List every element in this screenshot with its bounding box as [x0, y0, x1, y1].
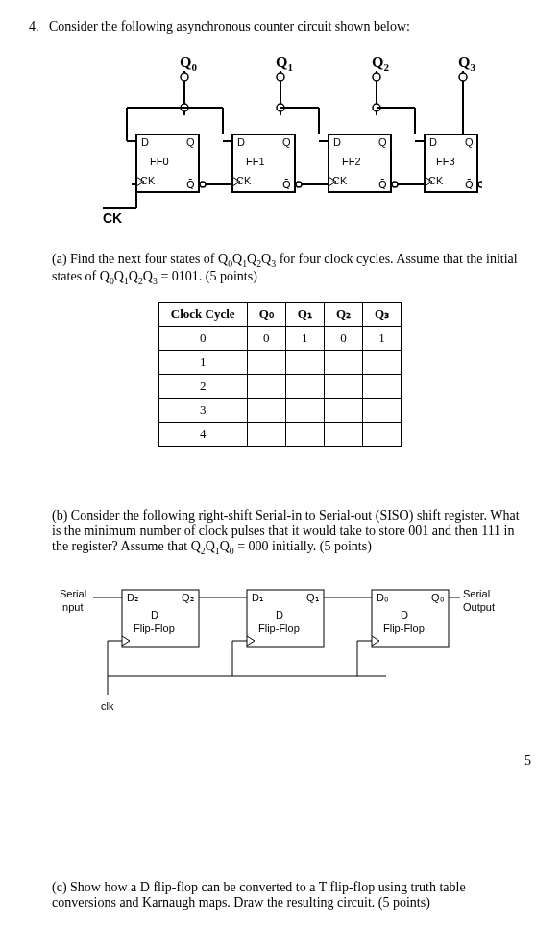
siso-ff0: D₀ Q₀ D Flip-Flop — [372, 590, 449, 647]
svg-text:Flip-Flop: Flip-Flop — [258, 622, 300, 634]
svg-text:D: D — [276, 609, 283, 621]
th-q2: Q₂ — [324, 302, 362, 326]
svg-text:D: D — [429, 136, 437, 148]
svg-text:Q: Q — [186, 136, 195, 148]
ff1: D Q FF1 CK Q̄ — [232, 134, 302, 192]
svg-text:Q0: Q0 — [180, 54, 197, 73]
svg-point-20 — [459, 73, 467, 81]
q-top-labels: Q0 Q1 Q2 Q3 — [180, 54, 475, 73]
siso-svg: Serial Input Serial Output D₂ Q₂ D Flip-… — [55, 571, 506, 715]
counter-svg: Q0 Q1 Q2 Q3 D Q FF0 CK Q̄ D — [79, 50, 482, 232]
part-a-text: Find the next four states of Q0Q1Q2Q3 fo… — [52, 252, 518, 283]
part-b-label: (b) — [52, 508, 67, 523]
svg-text:Flip-Flop: Flip-Flop — [383, 622, 425, 634]
svg-point-41 — [392, 182, 398, 187]
part-b-text: Consider the following right-shift Seria… — [52, 508, 520, 553]
table-row: 1 — [158, 350, 401, 374]
state-table: Clock Cycle Q₀ Q₁ Q₂ Q₃ 0 0 1 0 1 1 2 3 … — [158, 302, 402, 447]
svg-text:FF2: FF2 — [342, 156, 361, 167]
svg-point-34 — [296, 182, 302, 187]
problem-number: 4. — [29, 19, 39, 34]
svg-text:FF1: FF1 — [246, 156, 265, 167]
svg-text:D: D — [151, 609, 158, 621]
th-clock: Clock Cycle — [158, 302, 247, 326]
part-b: (b) Consider the following right-shift S… — [29, 508, 531, 556]
problem-intro: 4. Consider the following asynchronous c… — [29, 19, 531, 35]
svg-point-5 — [181, 73, 188, 81]
svg-text:D₁: D₁ — [252, 592, 263, 603]
th-q0: Q₀ — [247, 302, 285, 326]
svg-text:D: D — [333, 136, 341, 148]
svg-text:Q3: Q3 — [458, 54, 475, 73]
svg-text:Serial: Serial — [463, 588, 490, 599]
page-number: 5 — [29, 753, 531, 768]
svg-text:Q: Q — [378, 136, 387, 148]
svg-text:D: D — [141, 136, 149, 148]
svg-text:Serial: Serial — [60, 588, 86, 599]
svg-text:Q: Q — [282, 136, 291, 148]
table-header-row: Clock Cycle Q₀ Q₁ Q₂ Q₃ — [158, 302, 401, 326]
output-wires — [181, 71, 467, 134]
svg-text:Flip-Flop: Flip-Flop — [134, 622, 175, 634]
table-row: 2 — [158, 374, 401, 398]
svg-text:D₀: D₀ — [377, 592, 389, 603]
part-c: (c) Show how a D flip-flop can be conver… — [29, 880, 531, 911]
part-a-label: (a) — [52, 252, 67, 266]
svg-text:FF3: FF3 — [436, 156, 455, 167]
svg-text:D: D — [237, 136, 245, 148]
problem-intro-text: Consider the following asynchronous coun… — [49, 19, 410, 34]
svg-text:Input: Input — [60, 601, 83, 613]
svg-text:Q: Q — [465, 136, 474, 148]
table-row: 4 — [158, 422, 401, 446]
svg-point-48 — [478, 182, 482, 187]
part-c-text: Show how a D flip-flop can be converted … — [52, 880, 466, 910]
svg-text:CK: CK — [103, 210, 122, 226]
svg-text:Q̄: Q̄ — [378, 179, 387, 190]
part-c-label: (c) — [52, 880, 67, 894]
ck-input: CK — [103, 184, 136, 226]
svg-text:Q̄: Q̄ — [186, 179, 195, 190]
svg-text:Output: Output — [463, 601, 495, 613]
siso-ff2: D₂ Q₂ D Flip-Flop — [122, 590, 199, 647]
svg-text:Q̄: Q̄ — [282, 179, 291, 190]
svg-point-27 — [200, 182, 206, 187]
th-q3: Q₃ — [363, 302, 402, 326]
svg-point-15 — [373, 73, 380, 81]
svg-text:D₂: D₂ — [127, 592, 138, 603]
svg-text:Q1: Q1 — [276, 54, 293, 73]
svg-text:Q₁: Q₁ — [306, 592, 319, 603]
svg-text:Q₂: Q₂ — [182, 592, 194, 603]
counter-circuit-diagram: Q0 Q1 Q2 Q3 D Q FF0 CK Q̄ D — [29, 50, 531, 232]
siso-ff1: D₁ Q₁ D Flip-Flop — [247, 590, 324, 647]
siso-diagram: Serial Input Serial Output D₂ Q₂ D Flip-… — [29, 571, 531, 715]
th-q1: Q₁ — [285, 302, 324, 326]
part-a: (a) Find the next four states of Q0Q1Q2Q… — [29, 252, 531, 286]
svg-text:Q2: Q2 — [372, 54, 389, 73]
svg-text:Q₀: Q₀ — [431, 592, 445, 603]
ff0: D Q FF0 CK Q̄ — [136, 134, 206, 192]
ff2: D Q FF2 CK Q̄ — [329, 134, 398, 192]
svg-text:D: D — [401, 609, 408, 621]
svg-text:Q̄: Q̄ — [465, 179, 474, 190]
ff3: D Q FF3 CK Q̄ — [425, 134, 482, 192]
svg-point-10 — [277, 73, 284, 81]
svg-text:clk: clk — [101, 700, 114, 712]
table-row: 0 0 1 0 1 — [158, 326, 401, 350]
table-row: 3 — [158, 398, 401, 422]
svg-text:FF0: FF0 — [150, 156, 169, 167]
